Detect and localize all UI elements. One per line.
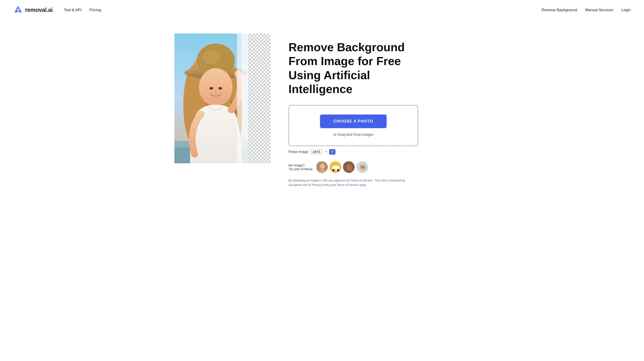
upload-box[interactable]: CHOOSE A PHOTO or Drag and Drop images bbox=[288, 105, 418, 146]
header: removal.ai Tool & API Pricing Remove Bac… bbox=[0, 0, 644, 20]
header-right: Remove Background Manual Services Login bbox=[542, 8, 630, 12]
svg-point-0 bbox=[17, 9, 19, 10]
disclaimer: By uploading an image or URL you agree t… bbox=[288, 178, 414, 188]
drag-drop-text: or Drag and Drop images bbox=[333, 133, 374, 137]
sample-thumb-person[interactable] bbox=[316, 161, 328, 173]
terms-link-1[interactable]: Terms of Service bbox=[350, 179, 372, 182]
logo-text: removal.ai bbox=[25, 6, 53, 14]
header-left: removal.ai Tool & API Pricing bbox=[14, 5, 101, 15]
samples-label-line2: Try one of these bbox=[288, 167, 312, 171]
logo[interactable]: removal.ai bbox=[14, 5, 53, 15]
svg-point-33 bbox=[363, 167, 364, 168]
svg-point-18 bbox=[320, 164, 325, 169]
svg-rect-26 bbox=[348, 165, 351, 166]
sample-thumb-bag[interactable] bbox=[343, 161, 355, 173]
svg-point-32 bbox=[361, 167, 363, 168]
svg-point-22 bbox=[332, 169, 334, 171]
hero-title: Remove Background From Image for Free Us… bbox=[288, 40, 414, 96]
logo-icon bbox=[14, 5, 23, 15]
kbd-ctrl: ctrl bbox=[310, 149, 323, 154]
try-samples: No image? Try one of these bbox=[288, 161, 470, 173]
nav-remove-background[interactable]: Remove Background bbox=[542, 8, 577, 12]
nav-pricing[interactable]: Pricing bbox=[90, 8, 101, 12]
hero-image bbox=[174, 34, 270, 163]
svg-rect-27 bbox=[348, 168, 351, 168]
hero-content: Remove Background From Image for Free Us… bbox=[288, 34, 470, 188]
svg-point-12 bbox=[210, 87, 213, 90]
privacy-link[interactable]: Privacy Policy bbox=[312, 183, 330, 186]
hero-image-container bbox=[174, 34, 270, 163]
plus-sign: + bbox=[325, 150, 327, 154]
svg-point-23 bbox=[337, 169, 340, 171]
svg-point-10 bbox=[202, 50, 220, 64]
nav-tool-api[interactable]: Tool & API bbox=[64, 8, 82, 12]
nav-manual-services[interactable]: Manual Services bbox=[585, 8, 613, 12]
terms-link-2[interactable]: Terms of Service bbox=[336, 183, 358, 186]
samples-label-line1: No image? bbox=[288, 163, 312, 167]
svg-point-11 bbox=[199, 68, 232, 106]
nav-login[interactable]: Login bbox=[621, 8, 630, 12]
svg-point-13 bbox=[218, 87, 222, 90]
paste-label: Paste image bbox=[288, 150, 308, 154]
kbd-v: V bbox=[329, 149, 336, 154]
person-svg bbox=[174, 34, 270, 163]
main-content: Remove Background From Image for Free Us… bbox=[161, 20, 483, 196]
disclaimer-text-and: and bbox=[330, 183, 336, 186]
sample-thumb-dog[interactable] bbox=[356, 161, 368, 173]
sample-thumb-car[interactable] bbox=[330, 161, 341, 173]
main-nav: Tool & API Pricing bbox=[64, 8, 101, 12]
samples-label: No image? Try one of these bbox=[288, 163, 312, 171]
svg-rect-21 bbox=[333, 166, 339, 168]
disclaimer-text-after: apply. bbox=[358, 183, 366, 186]
disclaimer-text-before: By uploading an image or URL you agree t… bbox=[288, 179, 350, 182]
sample-thumbs bbox=[316, 161, 368, 173]
choose-photo-button[interactable]: CHOOSE A PHOTO bbox=[320, 114, 386, 128]
svg-rect-16 bbox=[242, 34, 248, 163]
paste-section: Paste image ctrl + V bbox=[288, 149, 470, 154]
